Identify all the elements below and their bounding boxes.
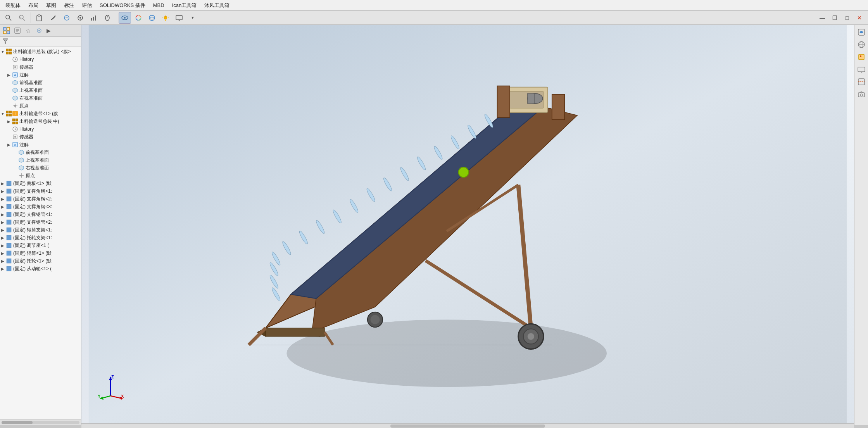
right-btn-appearance[interactable] (856, 26, 867, 38)
svg-rect-33 (3, 28, 6, 30)
tree-node-sub1-origin[interactable]: ▶ 原点 (0, 172, 81, 179)
separator1 (31, 12, 31, 23)
left-panel-scrollbar[interactable] (2, 421, 79, 424)
toolbar-clipboard-btn[interactable] (33, 12, 46, 24)
svg-rect-60 (12, 119, 15, 121)
toolbar-dimension-btn[interactable] (60, 12, 73, 24)
toolbar-wrench-btn[interactable] (47, 12, 59, 24)
part7-expand[interactable]: ▶ (0, 228, 5, 232)
left-panel-more-arrow[interactable]: ▶ (45, 26, 52, 35)
tree-node-plane3[interactable]: ▶ 右视基准面 (0, 94, 81, 102)
tree-node-part2[interactable]: ▶ (固定) 支撑角钢<1: (0, 187, 81, 195)
tree-node-sensor1[interactable]: ▶ 传感器 (0, 63, 81, 71)
menu-sketch[interactable]: 草图 (42, 0, 60, 10)
menu-mufeng[interactable]: 沐风工具箱 (200, 0, 233, 10)
toolbar-light-btn[interactable] (159, 12, 172, 24)
tree-node-sub1-plane2[interactable]: ▶ 上视基准面 (0, 156, 81, 164)
right-btn-section[interactable] (856, 76, 867, 88)
svg-rect-46 (6, 52, 9, 54)
part9-expand[interactable]: ▶ (0, 243, 5, 248)
tree-node-part6[interactable]: ▶ (固定) 支撑钢管<2: (0, 218, 81, 226)
menu-annotation[interactable]: 标注 (60, 0, 78, 10)
right-btn-display[interactable] (856, 64, 867, 75)
svg-point-108 (371, 315, 380, 324)
tree-node-sub1-sensor[interactable]: ▶ 传感器 (0, 133, 81, 141)
restore-btn[interactable]: ❐ (829, 12, 840, 23)
menu-solidworks-plugins[interactable]: SOLIDWORKS 插件 (96, 0, 149, 10)
tree-node-sub1-1[interactable]: ▶ 出料输送带总装 中( (0, 117, 81, 125)
part10-expand[interactable]: ▶ (0, 251, 5, 255)
part2-expand[interactable]: ▶ (0, 189, 5, 193)
tree-node-plane2[interactable]: ▶ 上视基准面 (0, 86, 81, 94)
svg-rect-81 (7, 235, 11, 240)
tab-properties[interactable] (12, 26, 22, 36)
tree-node-note1[interactable]: ▶ A 注解 (0, 71, 81, 79)
svg-rect-16 (93, 17, 94, 21)
tree-node-sub1-plane1[interactable]: ▶ 前视基准面 (0, 148, 81, 156)
close-btn[interactable]: ✕ (854, 12, 865, 23)
menu-layout[interactable]: 布局 (24, 0, 42, 10)
toolbar-mouse-btn[interactable] (101, 12, 114, 24)
root-expand-icon[interactable]: ▼ (0, 50, 5, 54)
right-btn-scene[interactable] (856, 39, 867, 50)
toolbar-globe-btn[interactable] (146, 12, 158, 24)
svg-rect-80 (7, 228, 11, 232)
scrollbar-thumb-h[interactable] (390, 425, 545, 428)
tree-node-history1[interactable]: ▶ History (0, 55, 81, 63)
tree-node-part9[interactable]: ▶ (固定) 调节座<1 ( (0, 242, 81, 249)
tree-node-plane1[interactable]: ▶ 前视基准面 (0, 79, 81, 86)
left-panel-resize-handle[interactable] (79, 25, 81, 425)
minimize-btn[interactable]: — (817, 12, 828, 23)
part11-expand[interactable]: ▶ (0, 259, 5, 263)
part3-expand[interactable]: ▶ (0, 197, 5, 201)
toolbar-view-mode-btn[interactable] (119, 12, 131, 24)
tree-node-part11[interactable]: ▶ (固定) 托轮<1> (默 (0, 257, 81, 265)
toolbar-search1-btn[interactable] (2, 12, 15, 24)
toolbar-chart-btn[interactable] (88, 12, 100, 24)
tree-node-part4[interactable]: ▶ (固定) 支撑角钢<3: (0, 203, 81, 211)
part4-expand[interactable]: ▶ (0, 205, 5, 209)
bottom-scrollbar[interactable] (81, 423, 854, 428)
menu-mbd[interactable]: MBD (149, 1, 168, 10)
part6-expand[interactable]: ▶ (0, 220, 5, 224)
note1-expand[interactable]: ▶ (6, 73, 12, 77)
part12-expand[interactable]: ▶ (0, 267, 5, 271)
tree-node-sub1[interactable]: ▼ ! 出料输送带<1> (默 (0, 110, 81, 117)
viewport-3d[interactable]: Z X Y (81, 25, 854, 425)
tab-display[interactable] (34, 26, 44, 36)
part8-expand[interactable]: ▶ (0, 236, 5, 240)
tree-node-part10[interactable]: ▶ (固定) 辊筒<1> (默 (0, 249, 81, 257)
menu-assembly[interactable]: 装配体 (2, 0, 24, 10)
toolbar-display-arrow-btn[interactable]: ▼ (186, 12, 199, 24)
menu-evaluate[interactable]: 评估 (78, 0, 96, 10)
tree-node-sub1-plane3[interactable]: ▶ 右视基准面 (0, 164, 81, 172)
tree-node-part7[interactable]: ▶ (固定) 辊筒支架<1: (0, 226, 81, 234)
svg-marker-43 (3, 39, 8, 43)
toolbar-target-btn[interactable] (74, 12, 86, 24)
toolbar-palette-btn[interactable] (132, 12, 145, 24)
sub1-expand[interactable]: ▼ (0, 112, 5, 116)
tree-node-part12[interactable]: ▶ (固定) 从动轮<1> ( (0, 265, 81, 273)
part1-expand[interactable]: ▶ (0, 181, 5, 186)
tree-node-sub1-history[interactable]: ▶ History (0, 125, 81, 133)
tab-config[interactable] (23, 26, 33, 36)
tree-node-part8[interactable]: ▶ (固定) 托轮支架<1: (0, 234, 81, 242)
sub1-1-expand[interactable]: ▶ (6, 119, 12, 124)
tree-node-part5[interactable]: ▶ (固定) 支撑钢管<1: (0, 211, 81, 218)
right-btn-camera[interactable] (856, 88, 867, 100)
model-view-svg (81, 25, 854, 425)
tree-node-sub1-note[interactable]: ▶ A 注解 (0, 141, 81, 148)
tab-assembly-view[interactable] (2, 26, 12, 36)
tree-root[interactable]: ▼ 出料输送带总装 (默认) <默> (0, 48, 81, 55)
tree-node-part1[interactable]: ▶ (固定) 侧板<1> (默 (0, 179, 81, 187)
tree-node-origin1[interactable]: ▶ 原点 (0, 102, 81, 110)
right-btn-decals[interactable] (856, 51, 867, 63)
menu-ican[interactable]: Ican工具箱 (168, 0, 201, 10)
feature-tree[interactable]: ▼ 出料输送带总装 (默认) <默> ▶ History ▶ (0, 47, 81, 419)
toolbar-search2-btn[interactable]: + (16, 12, 28, 24)
toolbar-display-btn[interactable] (173, 12, 185, 24)
part5-expand[interactable]: ▶ (0, 212, 5, 217)
tree-node-part3[interactable]: ▶ (固定) 支撑角钢<2: (0, 195, 81, 203)
sub1-note-expand[interactable]: ▶ (6, 143, 12, 147)
maximize-btn[interactable]: □ (842, 12, 852, 23)
